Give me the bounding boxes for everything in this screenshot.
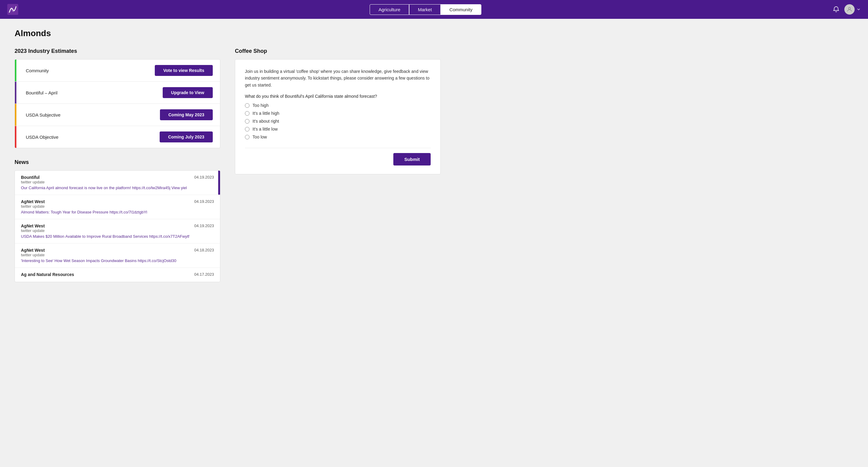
estimate-row-community: Community Vote to view Results xyxy=(15,60,220,82)
news-source-2: AgNet West xyxy=(21,224,189,228)
nav-agriculture[interactable]: Agriculture xyxy=(370,4,409,15)
radio-option-2[interactable]: It's about right xyxy=(245,119,431,124)
accent-purple xyxy=(15,82,17,104)
estimate-row-usda-objective: USDA Objective Coming July 2023 xyxy=(15,126,220,148)
radio-label-text-0: Too high xyxy=(252,103,269,108)
accent-green xyxy=(15,60,17,81)
radio-input-3[interactable] xyxy=(245,127,249,132)
logo xyxy=(7,4,18,15)
user-button[interactable] xyxy=(844,4,861,14)
news-date-3: 04.18.2023 xyxy=(194,248,214,252)
nav-community[interactable]: Community xyxy=(441,4,482,15)
news-item-3-left: AgNet West twitter update 'Interesting t… xyxy=(21,248,189,263)
news-source-4: Ag and Natural Resources xyxy=(21,272,189,277)
news-item-0-left: Bountiful twitter update Our California … xyxy=(21,175,189,191)
estimate-label-usda-objective: USDA Objective xyxy=(22,135,59,140)
main-content: Almonds 2023 Industry Estimates Communit… xyxy=(0,19,455,292)
radio-label-text-3: It's a little low xyxy=(252,127,278,132)
header: Agriculture Market Community xyxy=(0,0,868,19)
news-type-2: twitter update xyxy=(21,228,189,233)
estimate-row-bountiful: Bountiful – April Upgrade to View xyxy=(15,82,220,104)
user-icon xyxy=(846,6,852,12)
radio-input-0[interactable] xyxy=(245,103,249,108)
news-link-1[interactable]: Almond Matters: Tough Year for Disease P… xyxy=(21,210,147,214)
news-item-1: AgNet West twitter update Almond Matters… xyxy=(15,195,220,219)
estimate-label-community: Community xyxy=(22,68,49,73)
vote-results-button[interactable]: Vote to view Results xyxy=(155,65,213,76)
submit-area: Submit xyxy=(245,148,431,166)
news-list: Bountiful twitter update Our California … xyxy=(14,170,220,282)
nav-market[interactable]: Market xyxy=(409,4,441,15)
news-item-4-left: Ag and Natural Resources xyxy=(21,272,189,278)
news-title: News xyxy=(14,159,220,166)
news-type-1: twitter update xyxy=(21,204,189,209)
radio-input-4[interactable] xyxy=(245,135,249,139)
estimate-label-usda-subjective: USDA Subjective xyxy=(22,112,60,118)
logo-icon xyxy=(7,4,18,15)
news-date-1: 04.19.2023 xyxy=(194,199,214,204)
accent-yellow xyxy=(15,104,17,126)
svg-point-1 xyxy=(848,7,851,9)
estimate-label-bountiful: Bountiful – April xyxy=(22,90,57,95)
news-date-4: 04.17.2023 xyxy=(194,272,214,276)
two-column-layout: 2023 Industry Estimates Community Vote t… xyxy=(14,48,441,282)
right-column: Coffee Shop Join us in building a virtua… xyxy=(235,48,441,282)
accent-red xyxy=(15,126,17,148)
bell-button[interactable] xyxy=(833,6,839,13)
news-type-0: twitter update xyxy=(21,180,189,184)
upgrade-view-button[interactable]: Upgrade to View xyxy=(163,87,213,98)
news-source-1: AgNet West xyxy=(21,199,189,204)
news-item-2-left: AgNet West twitter update USDA Makes $20… xyxy=(21,224,189,239)
news-date-2: 04.19.2023 xyxy=(194,224,214,228)
news-bar-0 xyxy=(218,171,220,195)
news-type-3: twitter update xyxy=(21,253,189,257)
radio-input-2[interactable] xyxy=(245,119,249,124)
news-source-3: AgNet West xyxy=(21,248,189,253)
left-column: 2023 Industry Estimates Community Vote t… xyxy=(14,48,220,282)
coffee-intro: Join us in building a virtual 'coffee sh… xyxy=(245,68,431,88)
chevron-down-icon xyxy=(857,7,861,11)
avatar xyxy=(844,4,855,14)
news-link-0[interactable]: Our California April almond forecast is … xyxy=(21,185,187,190)
coffee-shop-box: Join us in building a virtual 'coffee sh… xyxy=(235,59,441,174)
news-link-2[interactable]: USDA Makes $20 Million Available to Impr… xyxy=(21,234,189,239)
news-section: News Bountiful twitter update Our Califo… xyxy=(14,159,220,282)
radio-input-1[interactable] xyxy=(245,111,249,116)
radio-label-text-1: It's a little high xyxy=(252,111,279,116)
coffee-question: What do you think of Bountiful's April C… xyxy=(245,94,431,99)
estimates-title: 2023 Industry Estimates xyxy=(14,48,220,54)
news-item-3: AgNet West twitter update 'Interesting t… xyxy=(15,243,220,268)
header-right xyxy=(833,4,861,14)
submit-button[interactable]: Submit xyxy=(393,153,431,166)
radio-option-4[interactable]: Too low xyxy=(245,135,431,139)
estimates-table: Community Vote to view Results Bountiful… xyxy=(14,59,220,148)
coffee-shop-heading: Coffee Shop xyxy=(235,48,441,54)
radio-label-text-2: It's about right xyxy=(252,119,279,124)
radio-option-0[interactable]: Too high xyxy=(245,103,431,108)
radio-option-1[interactable]: It's a little high xyxy=(245,111,431,116)
bell-icon xyxy=(833,6,839,13)
survey-radio-group: Too high It's a little high It's about r… xyxy=(245,103,431,139)
coming-july-button[interactable]: Coming July 2023 xyxy=(160,132,213,142)
news-link-3[interactable]: 'Interesting to See' How Wet Season Impa… xyxy=(21,258,176,263)
radio-label-text-4: Too low xyxy=(252,135,267,139)
page-title: Almonds xyxy=(14,29,441,38)
news-source-0: Bountiful xyxy=(21,175,189,180)
radio-option-3[interactable]: It's a little low xyxy=(245,127,431,132)
news-item-2: AgNet West twitter update USDA Makes $20… xyxy=(15,219,220,243)
estimate-row-usda-subjective: USDA Subjective Coming May 2023 xyxy=(15,104,220,126)
news-item-0: Bountiful twitter update Our California … xyxy=(15,171,220,195)
news-item-4: Ag and Natural Resources 04.17.2023 xyxy=(15,268,220,282)
news-date-0: 04.19.2023 xyxy=(194,175,214,179)
news-item-1-left: AgNet West twitter update Almond Matters… xyxy=(21,199,189,215)
main-nav: Agriculture Market Community xyxy=(370,4,481,15)
coming-may-button[interactable]: Coming May 2023 xyxy=(160,109,213,120)
